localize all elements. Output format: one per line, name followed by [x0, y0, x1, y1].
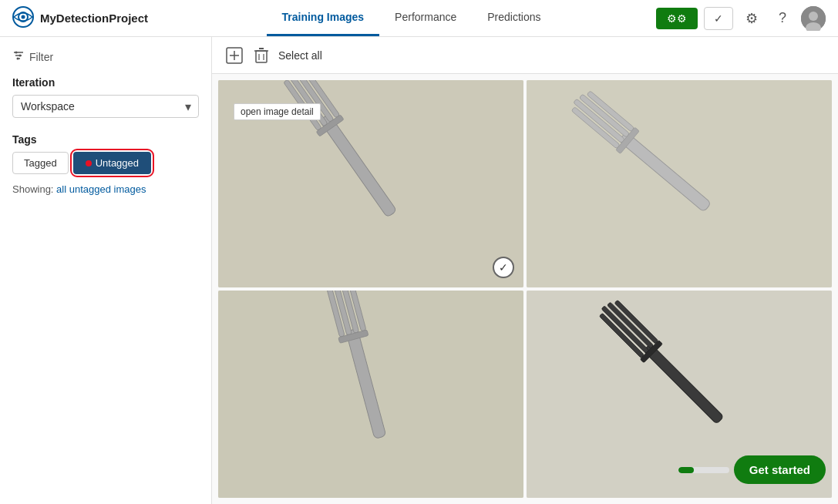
header-tabs: Training Images Performance Predictions [167, 0, 656, 36]
showing-link[interactable]: all untagged images [56, 183, 146, 195]
select-all-button[interactable]: Select all [278, 49, 322, 62]
svg-point-10 [19, 55, 22, 57]
svg-point-2 [22, 15, 25, 18]
untagged-button[interactable]: Untagged [73, 152, 151, 174]
filter-label: Filter [29, 51, 53, 63]
untagged-dot [86, 160, 92, 166]
tab-predictions[interactable]: Predictions [472, 0, 556, 36]
main-layout: Filter Iteration Workspace Tags Tagged U… [0, 37, 838, 504]
sidebar: Filter Iteration Workspace Tags Tagged U… [0, 37, 212, 504]
settings-button[interactable]: ⚙ [739, 6, 764, 31]
logo-area: MyDetectionProject [12, 6, 148, 31]
progress-area [678, 467, 729, 473]
image-tooltip-1: open image detail [234, 103, 321, 120]
iteration-select[interactable]: Workspace [12, 95, 199, 118]
add-images-button[interactable] [224, 45, 244, 66]
image-cell-3[interactable] [218, 291, 523, 498]
image-check-1[interactable]: ✓ [493, 257, 514, 278]
check-button[interactable]: ✓ [704, 7, 733, 30]
iteration-dropdown[interactable]: Workspace [12, 95, 199, 118]
content-area: Select all [212, 37, 838, 504]
avatar[interactable] [801, 6, 826, 31]
svg-rect-15 [256, 51, 267, 62]
image-cell-2[interactable] [527, 80, 832, 287]
tagged-button[interactable]: Tagged [12, 152, 69, 174]
image-grid: open image detail ✓ [212, 74, 838, 504]
untagged-outline: Untagged [73, 152, 151, 174]
tags-row: Tagged Untagged [12, 152, 199, 174]
tab-performance[interactable]: Performance [379, 0, 472, 36]
header: MyDetectionProject Training Images Perfo… [0, 0, 838, 37]
progress-bar-fill [678, 467, 694, 473]
image-cell-4[interactable]: Get started [527, 291, 832, 498]
get-started-area: Get started [678, 455, 826, 484]
tags-label: Tags [12, 133, 199, 146]
header-actions: ⚙⚙ ✓ ⚙ ? [656, 6, 826, 31]
eye-icon [12, 6, 34, 31]
gear-icon: ⚙⚙ [667, 12, 687, 25]
project-name: MyDetectionProject [40, 12, 148, 25]
get-started-button[interactable]: Get started [734, 455, 826, 484]
svg-point-11 [17, 58, 19, 60]
progress-bar-bg [678, 467, 729, 473]
showing-text: Showing: all untagged images [12, 183, 199, 195]
train-button[interactable]: ⚙⚙ [656, 8, 698, 29]
filter-icon [12, 49, 25, 64]
tab-training-images[interactable]: Training Images [267, 0, 380, 36]
iteration-label: Iteration [12, 76, 199, 89]
help-button[interactable]: ? [770, 6, 795, 31]
filter-row[interactable]: Filter [12, 49, 199, 64]
svg-point-4 [809, 12, 818, 21]
delete-button[interactable] [252, 45, 271, 66]
svg-point-9 [15, 52, 18, 54]
image-cell-1[interactable]: open image detail ✓ [218, 80, 523, 287]
toolbar: Select all [212, 37, 838, 74]
